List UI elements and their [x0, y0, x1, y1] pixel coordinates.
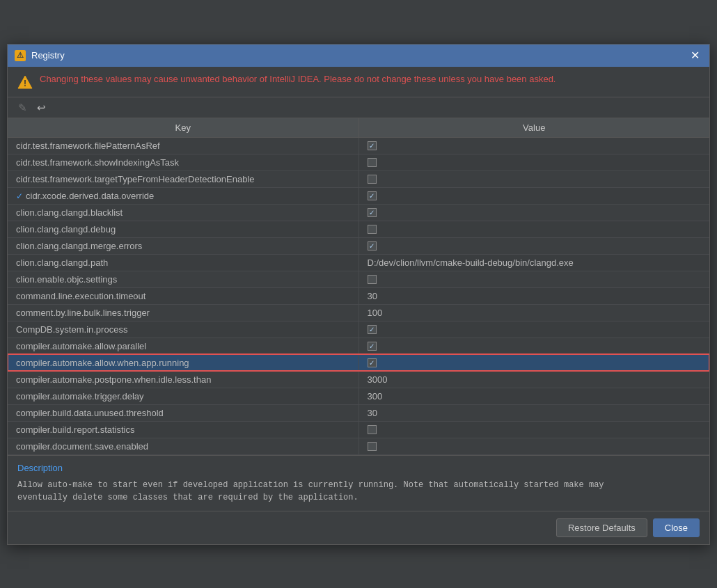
table-row[interactable]: cidr.test.framework.filePatternAsRef [8, 137, 709, 154]
table-cell-value [358, 237, 709, 254]
dialog-title: Registry [31, 50, 688, 61]
registry-dialog: ⚠ Registry ✕ ! Changing these values may… [7, 44, 710, 545]
table-cell-key: comment.by.line.bulk.lines.trigger [8, 304, 358, 321]
table-row[interactable]: compiler.automake.allow.parallel [8, 337, 709, 354]
checkbox[interactable] [368, 342, 377, 351]
col-header-key: Key [8, 118, 358, 138]
table-cell-key: compiler.build.report.statistics [8, 421, 358, 438]
warning-text: Changing these values may cause unwanted… [40, 74, 556, 84]
table-cell-value [358, 271, 709, 287]
table-cell-value [358, 204, 709, 221]
description-section: Description Allow auto-make to start eve… [8, 456, 709, 511]
table-cell-value: 3000 [358, 371, 709, 388]
table-row[interactable]: clion.clang.clangd.pathD:/dev/clion/llvm… [8, 254, 709, 271]
checkbox[interactable] [368, 141, 377, 150]
table-cell-value [358, 187, 709, 204]
restore-defaults-button[interactable]: Restore Defaults [556, 518, 647, 537]
checkbox[interactable] [368, 225, 377, 234]
table-cell-key: compiler.automake.allow.when.app.running [8, 354, 358, 371]
registry-table: Key Value cidr.test.framework.filePatter… [8, 118, 709, 455]
checkbox[interactable] [368, 208, 377, 217]
edit-button[interactable]: ✎ [15, 100, 31, 115]
table-cell-value [358, 438, 709, 454]
registry-table-container[interactable]: Key Value cidr.test.framework.filePatter… [8, 118, 709, 456]
checkbox[interactable] [368, 275, 377, 284]
title-bar: ⚠ Registry ✕ [8, 45, 709, 67]
table-cell-value [358, 354, 709, 371]
table-row[interactable]: compiler.automake.trigger.delay300 [8, 388, 709, 404]
warning-triangle-icon: ! [17, 74, 33, 90]
table-cell-value [358, 221, 709, 237]
table-cell-value [358, 170, 709, 187]
revert-button[interactable]: ↩ [33, 100, 49, 115]
description-label: Description [17, 463, 700, 473]
table-cell-value: 100 [358, 304, 709, 321]
checkbox[interactable] [368, 158, 377, 167]
checkbox[interactable] [368, 191, 377, 200]
table-cell-key: compiler.build.data.unused.threshold [8, 404, 358, 421]
warning-bar: ! Changing these values may cause unwant… [8, 67, 709, 97]
table-cell-key: cidr.test.framework.filePatternAsRef [8, 137, 358, 154]
checkbox[interactable] [368, 241, 377, 251]
checkbox[interactable] [368, 358, 377, 367]
description-text: Allow auto-make to start even if develop… [17, 479, 700, 504]
table-cell-key: clion.enable.objc.settings [8, 271, 358, 287]
close-button[interactable]: Close [653, 518, 700, 537]
table-cell-key: compiler.document.save.enabled [8, 438, 358, 454]
table-row[interactable]: cidr.test.framework.showIndexingAsTask [8, 154, 709, 170]
dialog-icon: ⚠ [15, 50, 26, 61]
table-row[interactable]: clion.enable.objc.settings [8, 271, 709, 287]
table-cell-value [358, 321, 709, 337]
table-cell-key: cidr.test.framework.showIndexingAsTask [8, 154, 358, 170]
table-row[interactable]: compiler.build.report.statistics [8, 421, 709, 438]
table-cell-key: clion.clang.clangd.debug [8, 221, 358, 237]
table-row[interactable]: comment.by.line.bulk.lines.trigger100 [8, 304, 709, 321]
col-header-value: Value [358, 118, 709, 138]
svg-text:!: ! [24, 79, 26, 88]
table-row[interactable]: compiler.automake.postpone.when.idle.les… [8, 371, 709, 388]
table-cell-key: ✓cidr.xcode.derived.data.override [8, 187, 358, 204]
checkbox[interactable] [368, 175, 377, 184]
checkbox[interactable] [368, 442, 377, 451]
table-cell-value: 300 [358, 388, 709, 404]
table-cell-key: clion.clang.clangd.blacklist [8, 204, 358, 221]
table-row[interactable]: ✓cidr.xcode.derived.data.override [8, 187, 709, 204]
checkbox[interactable] [368, 325, 377, 334]
table-cell-key: compiler.automake.trigger.delay [8, 388, 358, 404]
close-icon[interactable]: ✕ [688, 49, 702, 63]
table-cell-key: clion.clang.clangd.merge.errors [8, 237, 358, 254]
table-row[interactable]: clion.clang.clangd.blacklist [8, 204, 709, 221]
footer: Restore Defaults Close [8, 511, 709, 544]
table-row[interactable]: compiler.build.data.unused.threshold30 [8, 404, 709, 421]
table-cell-value [358, 421, 709, 438]
table-row[interactable]: command.line.execution.timeout30 [8, 287, 709, 304]
table-row[interactable]: compiler.automake.allow.when.app.running [8, 354, 709, 371]
checkbox[interactable] [368, 425, 377, 434]
table-row[interactable]: CompDB.system.in.process [8, 321, 709, 337]
toolbar: ✎ ↩ [8, 97, 709, 118]
table-cell-key: CompDB.system.in.process [8, 321, 358, 337]
table-cell-key: command.line.execution.timeout [8, 287, 358, 304]
table-row[interactable]: clion.clang.clangd.debug [8, 221, 709, 237]
table-cell-value: D:/dev/clion/llvm/cmake-build-debug/bin/… [358, 254, 709, 271]
table-cell-key: compiler.automake.allow.parallel [8, 337, 358, 354]
table-row[interactable]: compiler.document.save.enabled [8, 438, 709, 454]
table-cell-key: clion.clang.clangd.path [8, 254, 358, 271]
table-cell-key: compiler.automake.postpone.when.idle.les… [8, 371, 358, 388]
modified-mark: ✓ [16, 191, 23, 201]
table-cell-value: 30 [358, 404, 709, 421]
table-cell-value: 30 [358, 287, 709, 304]
table-cell-value [358, 137, 709, 154]
table-cell-value [358, 337, 709, 354]
table-row[interactable]: clion.clang.clangd.merge.errors [8, 237, 709, 254]
table-cell-value [358, 154, 709, 170]
table-row[interactable]: cidr.test.framework.targetTypeFromHeader… [8, 170, 709, 187]
table-cell-key: cidr.test.framework.targetTypeFromHeader… [8, 170, 358, 187]
